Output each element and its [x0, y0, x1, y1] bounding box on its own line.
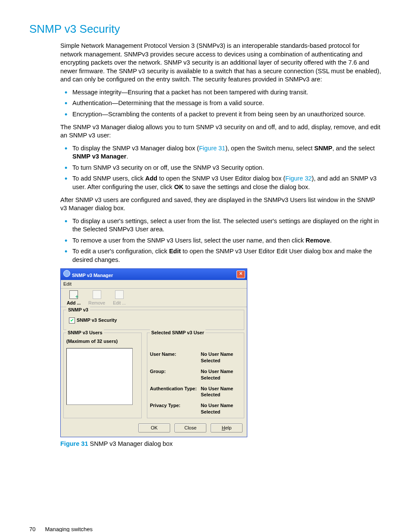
group-label: Group: — [150, 368, 201, 381]
figure-link-32[interactable]: Figure 32 — [285, 175, 311, 182]
toolbar-add[interactable]: Add ... — [67, 290, 81, 306]
checkbox-icon: ✔ — [69, 317, 75, 324]
after-paragraph: After SNMP v3 users are configured and s… — [60, 196, 382, 213]
close-icon[interactable]: × — [237, 271, 245, 278]
feature-list: Message integrity—Ensuring that a packet… — [60, 88, 382, 119]
list-item: Authentication—Determining that the mess… — [60, 99, 382, 108]
figure-link-31[interactable]: Figure 31 — [199, 145, 225, 152]
toolbar-edit: Edit ... — [113, 290, 126, 306]
list-item: To remove a user from the SNMP v3 Users … — [60, 236, 382, 245]
toolbar: Add ... Remove Edit ... — [61, 289, 247, 307]
dialog-titlebar[interactable]: SNMP v3 Manager × — [61, 269, 247, 280]
group-legend: SNMP v3 — [66, 307, 90, 313]
close-button[interactable]: Close — [174, 423, 206, 432]
selected-legend: Selected SNMP v3 User — [150, 330, 206, 336]
users-group: SNMP v3 Users (Maximum of 32 users) — [63, 333, 142, 418]
auth-value: No User Name Selected — [201, 386, 241, 398]
menu-edit[interactable]: Edit — [63, 281, 72, 286]
privacy-value: No User Name Selected — [201, 402, 241, 415]
add-icon — [69, 290, 78, 299]
list-item: To add SNMP users, click Add to open the… — [60, 174, 382, 191]
list-item: Message integrity—Ensuring that a packet… — [60, 88, 382, 97]
edit-icon — [115, 290, 124, 299]
snmpv3-group: SNMP v3 ✔ SNMP v3 Security — [63, 310, 244, 330]
footer-section: Managing switches — [45, 526, 93, 532]
list-item: To display the SNMP v3 Manager dialog bo… — [60, 144, 382, 161]
intro-paragraph: Simple Network Management Protocol Versi… — [60, 42, 382, 84]
privacy-label: Privacy Type: — [150, 402, 201, 415]
userops-list: To display a user's settings, select a u… — [60, 217, 382, 264]
section-heading: SNMP v3 Security — [29, 22, 382, 37]
page-footer: 70 Managing switches — [29, 526, 382, 532]
howto-list: To display the SNMP v3 Manager dialog bo… — [60, 144, 382, 192]
users-legend: SNMP v3 Users — [66, 330, 104, 336]
list-item: To edit a user's configuration, click Ed… — [60, 247, 382, 264]
group-value: No User Name Selected — [201, 368, 241, 381]
figure-caption: Figure 31 SNMP v3 Manager dialog box — [60, 440, 382, 448]
list-item: To display a user's settings, select a u… — [60, 217, 382, 234]
manager-paragraph: The SNMP v3 Manager dialog allows you to… — [60, 123, 382, 140]
app-icon — [63, 270, 70, 277]
list-item: To turn SNMP v3 security on or off, use … — [60, 164, 382, 172]
toolbar-remove: Remove — [88, 290, 105, 306]
menu-bar[interactable]: Edit — [61, 280, 247, 289]
users-listbox[interactable] — [66, 348, 133, 405]
selected-user-group: Selected SNMP v3 User User Name: No User… — [147, 333, 244, 418]
snmpv3-security-checkbox[interactable]: ✔ SNMP v3 Security — [69, 317, 117, 324]
dialog-title-text: SNMP v3 Manager — [72, 273, 113, 278]
dialog-button-row: OK Close Help — [61, 421, 247, 437]
snmp-v3-manager-dialog: SNMP v3 Manager × Edit Add ... Remove Ed… — [60, 268, 247, 437]
ok-button[interactable]: OK — [138, 423, 170, 432]
users-note: (Maximum of 32 users) — [66, 338, 139, 345]
username-value: No User Name Selected — [201, 351, 241, 364]
list-item: Encryption—Scrambling the contents of a … — [60, 110, 382, 119]
auth-label: Authentication Type: — [150, 386, 201, 398]
remove-icon — [93, 290, 101, 299]
username-label: User Name: — [150, 351, 201, 364]
help-button[interactable]: Help — [211, 423, 243, 432]
page-number: 70 — [29, 526, 35, 532]
